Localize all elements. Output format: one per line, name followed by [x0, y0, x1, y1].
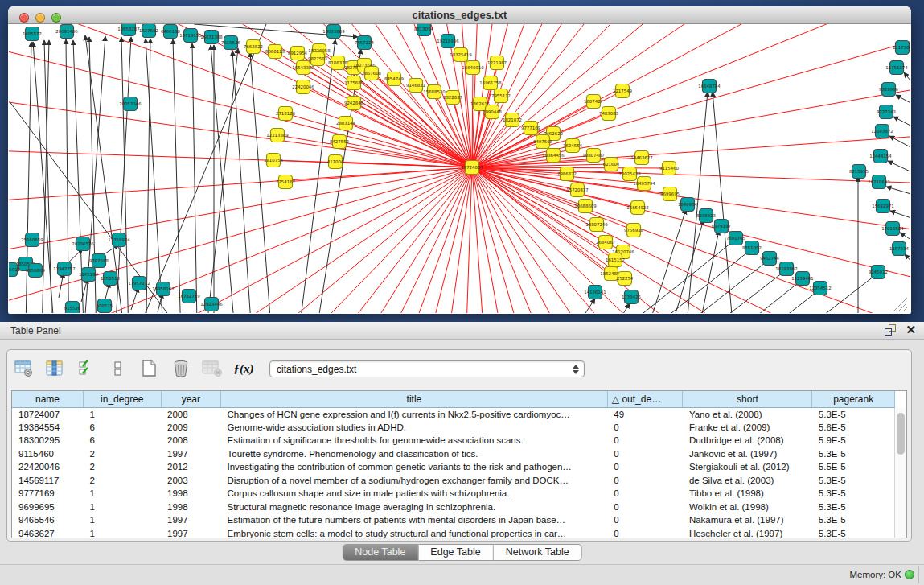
table-cell[interactable]: 1997 [161, 447, 220, 461]
float-panel-icon[interactable] [885, 324, 896, 336]
table-cell[interactable]: 5.3E-5 [812, 513, 895, 527]
table-cell[interactable]: 5.3E-5 [812, 501, 895, 514]
table-cell[interactable]: 5.3E-5 [812, 487, 895, 501]
table-row[interactable]: 2242004622012Investigating the contribut… [12, 460, 895, 474]
table-cell[interactable]: 0 [607, 447, 683, 461]
table-cell[interactable]: 5.3E-5 [812, 527, 895, 541]
table-cell[interactable]: 9777169 [12, 487, 84, 501]
table-cell[interactable]: Tibbo et al. (1998) [683, 487, 812, 501]
table-cell[interactable]: 5.3E-5 [812, 474, 895, 488]
table-row[interactable]: 1456911722003Disruption of a novel membe… [12, 474, 895, 488]
table-cell[interactable]: de Silva et al. (2003) [683, 474, 812, 488]
new-document-icon[interactable] [139, 358, 160, 379]
table-cell[interactable]: 2008 [161, 407, 220, 421]
table-cell[interactable]: 0 [607, 421, 683, 435]
table-cell[interactable]: 14569117 [12, 474, 84, 488]
table-row[interactable]: 969969511998Structural magnetic resonanc… [12, 501, 895, 514]
table-cell[interactable]: 1998 [161, 501, 220, 514]
table-cell[interactable]: Disruption of a novel member of a sodium… [221, 474, 608, 488]
table-row[interactable]: 1872400712008Changes of HCN gene express… [12, 407, 895, 421]
column-header-title[interactable]: title [221, 391, 608, 407]
resize-grip-icon[interactable] [893, 298, 907, 311]
delete-trash-icon[interactable] [170, 358, 191, 379]
table-select-dropdown[interactable]: citations_edges.txt [269, 360, 585, 377]
table-row[interactable]: 977716911998Corpus callosum shape and si… [12, 487, 895, 501]
table-cell[interactable]: 1997 [161, 513, 220, 527]
table-cell[interactable]: 5.5E-5 [812, 460, 895, 474]
column-header-year[interactable]: year [161, 391, 220, 407]
table-cell[interactable]: Yano et al. (2008) [683, 407, 812, 421]
table-cell[interactable]: 2008 [161, 434, 220, 447]
select-columns-icon[interactable] [76, 358, 97, 379]
table-cell[interactable]: 0 [607, 460, 683, 474]
table-row[interactable]: 946554611997Estimation of the future num… [12, 513, 895, 527]
table-cell[interactable]: 0 [607, 487, 683, 501]
table-cell[interactable]: Changes of HCN gene expression and I(f) … [221, 407, 608, 421]
table-cell[interactable]: 0 [607, 501, 683, 514]
table-cell[interactable]: 5.3E-5 [812, 447, 895, 461]
column-header-pagerank[interactable]: pagerank [812, 391, 895, 407]
table-cell[interactable]: Stergiakouli et al. (2012) [683, 460, 812, 474]
tab-edge-table[interactable]: Edge Table [418, 544, 493, 561]
table-cell[interactable]: Wolkin et al. (1998) [683, 501, 812, 514]
network-canvas[interactable]: 1405572206914061065328715276026466160107… [9, 24, 910, 313]
table-cell[interactable]: 18300295 [12, 434, 84, 447]
table-cell[interactable]: 2009 [161, 421, 220, 435]
table-row[interactable]: 1830029562008Estimation of significance … [12, 434, 895, 447]
table-cell[interactable]: 1 [84, 487, 162, 501]
table-cell[interactable]: 1 [84, 407, 162, 421]
table-cell[interactable]: 1997 [161, 527, 220, 541]
table-cell[interactable]: Investigating the contribution of common… [221, 460, 608, 474]
table-cell[interactable]: 1 [84, 527, 162, 541]
table-cell[interactable]: 2003 [161, 474, 220, 488]
table-cell[interactable]: 49 [607, 407, 683, 421]
table-cell[interactable]: 9465546 [12, 513, 84, 527]
table-cell[interactable]: 0 [607, 527, 683, 541]
table-row[interactable]: 946362711997Embryonic stem cells: a mode… [12, 527, 895, 541]
table-cell[interactable]: 2 [84, 460, 162, 474]
table-cell[interactable]: 9463627 [12, 527, 84, 541]
table-cell[interactable]: 9699695 [12, 501, 84, 514]
column-header-name[interactable]: name [12, 391, 84, 407]
table-cell[interactable]: 6 [84, 421, 162, 435]
table-cell[interactable]: 0 [607, 434, 683, 447]
table-cell[interactable]: Genome-wide association studies in ADHD. [221, 421, 608, 435]
column-header-short[interactable]: short [683, 391, 812, 407]
table-cell[interactable]: Estimation of significance thresholds fo… [221, 434, 608, 447]
table-cell[interactable]: Hescheler et al. (1997) [683, 527, 812, 541]
table-scrollbar[interactable] [894, 408, 906, 538]
table-cell[interactable]: Estimation of the future numbers of pati… [221, 513, 608, 527]
table-cell[interactable]: 0 [607, 513, 683, 527]
table-cell[interactable]: 1 [84, 513, 162, 527]
scrollbar-thumb[interactable] [897, 413, 905, 455]
table-cell[interactable]: 0 [607, 474, 683, 488]
table-cell[interactable]: 2 [84, 447, 162, 461]
table-settings-icon[interactable] [14, 358, 35, 379]
table-cell[interactable]: Nakamura et al. (1997) [683, 513, 812, 527]
function-builder-icon[interactable]: ƒ(x) [233, 358, 254, 379]
table-cell[interactable]: Corpus callosum shape and size in male p… [221, 487, 608, 501]
table-cell[interactable]: 6 [84, 434, 162, 447]
column-header-out_de[interactable]: △ out_de… [607, 391, 683, 407]
table-cell[interactable]: 9115460 [12, 447, 84, 461]
tab-node-table[interactable]: Node Table [342, 544, 418, 561]
window-titlebar[interactable]: citations_edges.txt [8, 6, 911, 24]
table-cell[interactable]: 1 [84, 501, 162, 514]
table-cell[interactable]: 2 [84, 474, 162, 488]
table-cell[interactable]: 5.3E-5 [812, 407, 895, 421]
table-row[interactable]: 911546021997Tourette syndrome. Phenomeno… [12, 447, 895, 461]
table-cell[interactable]: 22420046 [12, 460, 84, 474]
table-cell[interactable]: Structural magnetic resonance image aver… [221, 501, 608, 514]
table-cell[interactable]: 1998 [161, 487, 220, 501]
tab-network-table[interactable]: Network Table [494, 544, 582, 561]
table-cell[interactable]: 18724007 [12, 407, 84, 421]
table-row[interactable]: 1938455462009Genome-wide association stu… [12, 421, 895, 435]
table-cell[interactable]: Dudbridge et al. (2008) [683, 434, 812, 447]
table-cell[interactable]: Embryonic stem cells: a model to study s… [221, 527, 608, 541]
table-cell[interactable]: 5.6E-5 [812, 421, 895, 435]
table-cell[interactable]: 19384554 [12, 421, 84, 435]
table-cell[interactable]: Tourette syndrome. Phenomenology and cla… [221, 447, 608, 461]
table-cell[interactable]: Jankovic et al. (1997) [683, 447, 812, 461]
show-column-icon[interactable] [45, 358, 66, 379]
table-cell[interactable]: 2012 [161, 460, 220, 474]
